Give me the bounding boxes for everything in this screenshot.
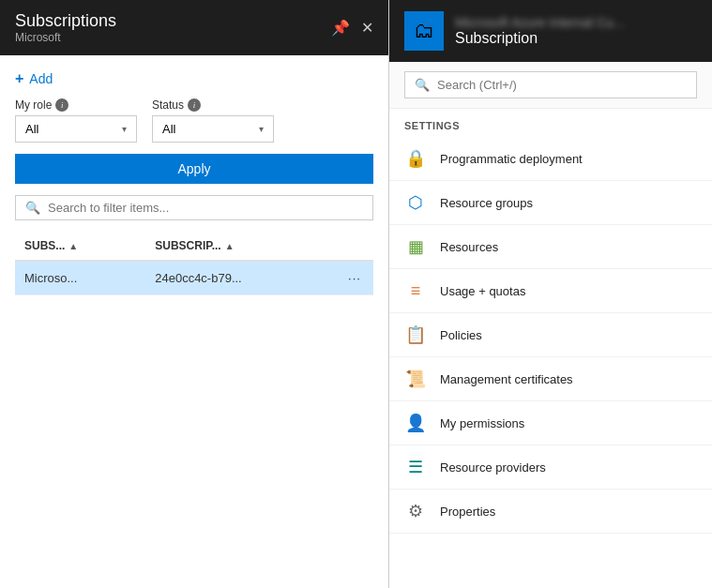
status-filter-group: Status i All ▾ (152, 98, 274, 143)
left-body: + Add My role i All ▾ Status (0, 55, 388, 588)
col-subscrip-sort-icon: ▲ (225, 241, 235, 251)
filter-search-box: 🔍 (15, 195, 373, 220)
resources-label: Resources (440, 240, 498, 254)
status-value: All (162, 122, 175, 136)
close-icon[interactable]: ✕ (361, 19, 373, 37)
status-chevron-icon: ▾ (259, 124, 264, 134)
menu-item-usage-quotas[interactable]: ≡ Usage + quotas (389, 269, 712, 313)
menu-item-resource-providers[interactable]: ☰ Resource providers (389, 445, 712, 490)
my-role-chevron-icon: ▾ (122, 124, 127, 134)
add-label: Add (29, 71, 53, 86)
cell-subs: Microso... (15, 261, 145, 295)
table-body: Microso... 24e0cc4c-b79... ··· (15, 261, 373, 295)
add-button[interactable]: + Add (15, 70, 373, 87)
policies-icon: 📋 (404, 324, 427, 346)
my-role-dropdown[interactable]: All ▾ (15, 115, 137, 143)
subscriptions-table: SUBS... ▲ SUBSCRIP... ▲ (15, 232, 373, 295)
right-search-input[interactable] (437, 78, 687, 92)
right-header: 🗂 Microsoft Azure Internal Cu... Subscri… (389, 0, 712, 62)
subscription-blurred-title: Microsoft Azure Internal Cu... (455, 15, 625, 30)
filter-search-icon: 🔍 (25, 201, 40, 215)
subscription-icon: 🗂 (404, 11, 444, 51)
right-header-text-group: Microsoft Azure Internal Cu... Subscript… (455, 15, 625, 47)
management-certificates-icon: 📜 (404, 368, 427, 390)
filter-row: My role i All ▾ Status i All ▾ (15, 98, 373, 143)
right-search-area: 🔍 (389, 62, 712, 109)
my-role-value: All (25, 122, 38, 136)
properties-icon: ⚙ (404, 500, 427, 522)
panel-subtitle: Microsoft (15, 31, 116, 44)
table-row[interactable]: Microso... 24e0cc4c-b79... ··· (15, 261, 373, 295)
col-subs[interactable]: SUBS... ▲ (15, 232, 145, 261)
col-subscrip-label: SUBSCRIP... (155, 239, 220, 252)
my-role-filter-group: My role i All ▾ (15, 98, 137, 143)
left-header-title: Subscriptions Microsoft (15, 11, 116, 44)
my-permissions-icon: 👤 (404, 412, 427, 434)
menu-item-management-certificates[interactable]: 📜 Management certificates (389, 357, 712, 401)
left-header: Subscriptions Microsoft 📌 ✕ (0, 0, 388, 55)
resource-providers-icon: ☰ (404, 456, 427, 478)
right-panel: 🗂 Microsoft Azure Internal Cu... Subscri… (389, 0, 712, 588)
status-dropdown[interactable]: All ▾ (152, 115, 274, 143)
row-menu-button[interactable]: ··· (336, 261, 373, 295)
programmatic-deployment-label: Programmatic deployment (440, 152, 583, 166)
resources-icon: ▦ (404, 235, 427, 258)
subscriptions-table-container: SUBS... ▲ SUBSCRIP... ▲ (15, 232, 373, 573)
status-info-icon[interactable]: i (188, 98, 201, 112)
right-search-icon: 🔍 (415, 78, 430, 92)
panel-title: Subscriptions (15, 11, 116, 31)
my-role-info-icon[interactable]: i (55, 98, 68, 112)
management-certificates-label: Management certificates (440, 372, 573, 386)
usage-quotas-icon: ≡ (404, 279, 427, 302)
menu-items-container: 🔒 Programmatic deployment ⬡ Resource gro… (389, 137, 712, 534)
menu-item-resources[interactable]: ▦ Resources (389, 225, 712, 269)
policies-label: Policies (440, 328, 482, 342)
app-container: Subscriptions Microsoft 📌 ✕ + Add My rol… (0, 0, 712, 588)
col-subs-sort-icon: ▲ (68, 241, 78, 251)
col-actions (336, 232, 373, 261)
resource-providers-label: Resource providers (440, 460, 546, 475)
resource-groups-icon: ⬡ (404, 191, 427, 214)
apply-button[interactable]: Apply (15, 154, 373, 184)
menu-item-policies[interactable]: 📋 Policies (389, 313, 712, 357)
resource-groups-label: Resource groups (440, 196, 533, 210)
menu-item-my-permissions[interactable]: 👤 My permissions (389, 401, 712, 445)
programmatic-deployment-icon: 🔒 (404, 147, 427, 170)
subscription-icon-glyph: 🗂 (414, 19, 434, 43)
menu-item-resource-groups[interactable]: ⬡ Resource groups (389, 181, 712, 225)
my-permissions-label: My permissions (440, 416, 524, 430)
left-panel: Subscriptions Microsoft 📌 ✕ + Add My rol… (0, 0, 389, 588)
table-header: SUBS... ▲ SUBSCRIP... ▲ (15, 232, 373, 261)
add-plus-icon: + (15, 70, 23, 87)
filter-search-input[interactable] (48, 201, 363, 215)
col-subscrip[interactable]: SUBSCRIP... ▲ (145, 232, 336, 261)
col-subs-label: SUBS... (24, 239, 65, 252)
usage-quotas-label: Usage + quotas (440, 284, 525, 298)
status-label: Status i (152, 98, 274, 112)
properties-label: Properties (440, 505, 495, 519)
subscription-title: Subscription (455, 30, 625, 47)
menu-item-programmatic-deployment[interactable]: 🔒 Programmatic deployment (389, 137, 712, 181)
settings-section-label: SETTINGS (389, 109, 712, 137)
header-icons: 📌 ✕ (331, 19, 373, 37)
menu-item-properties[interactable]: ⚙ Properties (389, 490, 712, 534)
right-body: SETTINGS 🔒 Programmatic deployment ⬡ Res… (389, 109, 712, 588)
cell-subscrip: 24e0cc4c-b79... (145, 261, 336, 295)
pin-icon[interactable]: 📌 (331, 19, 350, 37)
my-role-label: My role i (15, 98, 137, 112)
right-search-box: 🔍 (404, 71, 697, 98)
